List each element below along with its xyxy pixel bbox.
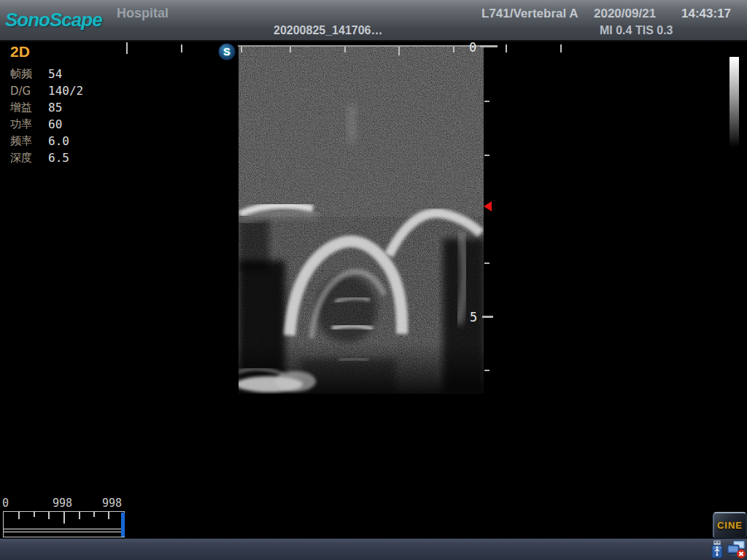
param-row-framerate: 帧频 54 [10,66,83,82]
cine-button[interactable]: CINE [713,512,747,539]
cine-tick [34,512,35,517]
focus-marker-icon[interactable] [484,201,492,211]
ruler-tick [560,44,562,52]
grayscale-map-bar [729,57,739,147]
param-label: D/G [10,85,48,98]
param-label: 功率 [10,117,48,131]
cine-tick [63,512,65,524]
param-value: 6.0 [48,134,69,148]
ruler-tick [398,47,400,55]
ultrasound-bmode-view [239,45,484,394]
top-status-bar: SonoScape Hospital 20200825_141706… L741… [0,0,747,42]
probe-preset: L741/Vertebral A [481,7,578,21]
cine-button-label: CINE [717,520,743,531]
depth-tick [484,370,489,371]
depth-tick [484,155,489,156]
cine-position-marker[interactable] [121,513,125,537]
param-value: 6.5 [48,151,69,165]
system-date: 2020/09/21 [594,7,656,21]
param-row-gain: 增益 85 [10,99,83,116]
param-value: 85 [48,101,62,114]
ruler-tick [453,47,454,52]
depth-tick-5 [482,316,493,318]
cine-scrubber[interactable] [3,511,125,537]
ruler-tick [241,47,242,52]
param-value: 60 [48,117,62,131]
param-row-frequency: 频率 6.0 [10,133,83,149]
param-label: 增益 [10,101,48,114]
cine-tick [18,512,20,519]
param-label: 频率 [10,134,48,148]
ruler-tick [506,44,507,52]
ultrasound-image[interactable] [239,45,484,394]
hospital-name: Hospital [117,6,169,21]
cine-tick [79,512,80,519]
ruler-tick [126,42,128,54]
cine-tick [93,512,95,517]
cine-end-frame: 998 [102,497,122,510]
param-row-power: 功率 60 [10,116,83,133]
depth-tick-0 [480,45,498,47]
param-row-dg: D/G 140/2 [10,82,83,99]
taskbar [0,538,747,560]
param-label: 帧频 [10,67,48,81]
system-tray [710,540,746,559]
param-row-depth: 深度 6.5 [10,149,83,166]
network-error-icon[interactable] [727,540,746,559]
param-label: 深度 [10,151,48,165]
depth-tick [484,262,489,264]
ultrasound-screen: SonoScape Hospital 20200825_141706… L741… [0,0,747,560]
system-time: 14:43:17 [681,7,731,21]
brand-logo: SonoScape [5,9,102,31]
acoustic-output: MI 0.4 TIS 0.3 [600,24,673,37]
depth-label-0: 0 [469,40,476,55]
ruler-tick [181,44,182,52]
cine-tick [108,512,109,519]
image-parameter-panel: 2D 帧频 54 D/G 140/2 增益 85 功率 60 频率 6.0 深度… [10,43,83,166]
cine-mid-frame: 998 [53,497,72,510]
param-value: 54 [48,67,62,81]
exam-id: 20200825_141706… [274,24,382,37]
cine-start-frame: 0 [2,497,9,510]
mode-label: 2D [10,43,83,61]
cine-groove [4,529,124,532]
depth-label-5: 5 [470,310,477,324]
top-ruler [238,45,487,47]
ruler-tick [344,47,346,52]
orientation-letter: S [223,46,230,58]
ruler-tick [290,47,291,52]
param-value: 140/2 [48,84,83,98]
depth-tick [484,101,489,102]
usb-icon[interactable] [710,540,724,559]
cine-tick [48,512,50,519]
probe-orientation-marker: S [218,43,236,61]
